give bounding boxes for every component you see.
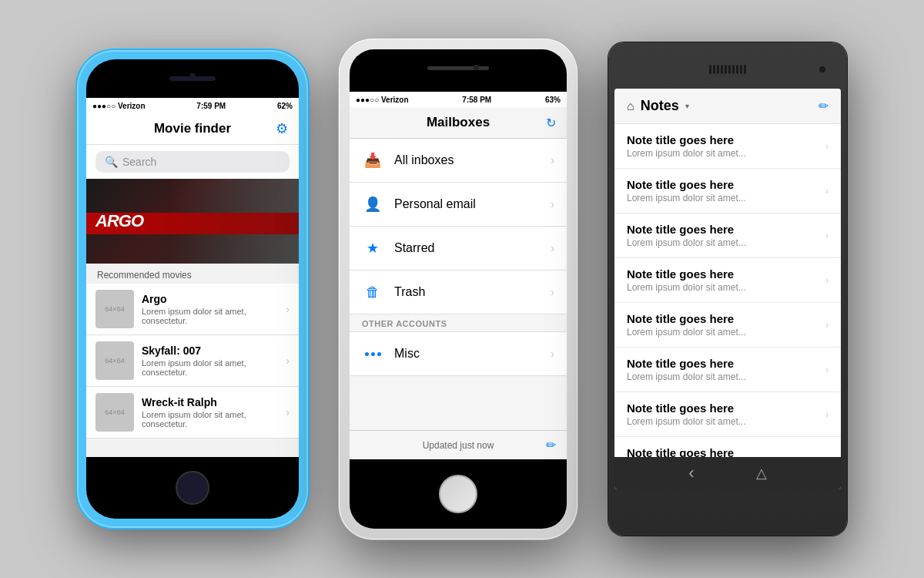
phone1-screen: ●●●○○ Verizon 7:59 PM 62% Movie finder ⚙… [86, 98, 299, 457]
compose-icon[interactable]: ✏ [546, 438, 556, 452]
note-desc-5: Lorem ipsum dolor sit amet... [627, 371, 825, 382]
mailbox-item-1[interactable]: 👤 Personal email › [350, 183, 567, 227]
search-input[interactable]: 🔍 Search [95, 151, 290, 173]
inbox-icon: 📥 [362, 150, 383, 171]
hero-banner: ARGO [86, 179, 299, 264]
note-chevron-5: › [825, 365, 829, 375]
note-title-2: Note title goes here [627, 223, 825, 236]
note-content-4: Note title goes here Lorem ipsum dolor s… [627, 312, 825, 338]
gear-icon[interactable]: ⚙ [276, 120, 288, 137]
notes-title: Notes [641, 98, 679, 114]
notes-header-left: ⌂ Notes ▾ [627, 98, 689, 114]
phone2-speaker [427, 66, 489, 70]
edit-compose-icon[interactable]: ✏ [819, 99, 829, 113]
search-icon: 🔍 [105, 156, 118, 168]
note-item-6[interactable]: Note title goes here Lorem ipsum dolor s… [614, 392, 841, 437]
phone3-top [614, 50, 841, 89]
note-chevron-3: › [825, 275, 829, 286]
footer-updated-text: Updated just now [423, 440, 494, 451]
note-title-3: Note title goes here [627, 267, 825, 281]
note-chevron-0: › [825, 141, 829, 152]
hero-movie-title: ARGO [95, 211, 143, 231]
chevron-0: › [551, 154, 554, 166]
mailbox-label-2: Starred [394, 241, 540, 255]
refresh-icon[interactable]: ↻ [546, 116, 556, 130]
movie-info-0: Argo Lorem ipsum dolor sit amet, consect… [142, 293, 278, 325]
chevron-1: › [551, 198, 554, 210]
chevron-icon-0: › [286, 303, 290, 315]
phone2-title: Mailboxes [427, 115, 490, 130]
note-item-0[interactable]: Note title goes here Lorem ipsum dolor s… [614, 124, 841, 169]
note-title-1: Note title goes here [627, 178, 825, 191]
status-carrier: ●●●○○ Verizon [92, 102, 146, 110]
movie-thumb-0: 64×64 [95, 290, 134, 328]
home-button[interactable] [176, 471, 209, 505]
mailbox-item-0[interactable]: 📥 All inboxes › [350, 139, 567, 183]
note-item-3[interactable]: Note title goes here Lorem ipsum dolor s… [614, 258, 841, 303]
phone3-htc: ⌂ Notes ▾ ✏ Note title goes here Lorem i… [608, 42, 847, 536]
phone3-bottom [614, 489, 841, 528]
phone2-status-bar: ●●●○○ Verizon 7:58 PM 63% [350, 92, 567, 107]
note-content-5: Note title goes here Lorem ipsum dolor s… [627, 357, 825, 382]
note-content-6: Note title goes here Lorem ipsum dolor s… [627, 402, 825, 427]
mailbox-item-misc[interactable]: Misc › [350, 332, 567, 376]
note-chevron-2: › [825, 230, 829, 241]
note-item-4[interactable]: Note title goes here Lorem ipsum dolor s… [614, 303, 841, 348]
mailbox-label-1: Personal email [394, 197, 540, 211]
movie-item-0[interactable]: 64×64 Argo Lorem ipsum dolor sit amet, c… [86, 284, 299, 335]
phone3-screen: ⌂ Notes ▾ ✏ Note title goes here Lorem i… [614, 89, 841, 489]
note-content-1: Note title goes here Lorem ipsum dolor s… [627, 178, 825, 203]
mailbox-item-3[interactable]: 🗑 Trash › [350, 271, 567, 314]
note-chevron-1: › [825, 186, 829, 197]
android-nav-bar: ‹ △ [614, 457, 841, 489]
search-bar-container: 🔍 Search [86, 145, 299, 179]
p2-battery: 63% [545, 96, 561, 104]
search-placeholder: Search [122, 156, 156, 168]
movie-desc-0: Lorem ipsum dolor sit amet, consectetur. [142, 307, 278, 325]
note-title-0: Note title goes here [627, 133, 825, 146]
chevron-2: › [551, 242, 554, 254]
home-outline-icon: ⌂ [627, 99, 634, 113]
back-button[interactable]: ‹ [688, 463, 694, 483]
note-content-3: Note title goes here Lorem ipsum dolor s… [627, 267, 825, 293]
phone1-title: Movie finder [154, 121, 231, 136]
phone2-screen: ●●●○○ Verizon 7:58 PM 63% Mailboxes ↻ 📥 … [350, 92, 567, 459]
note-title-6: Note title goes here [627, 402, 825, 415]
notes-header-actions: ✏ [819, 99, 829, 113]
star-icon: ★ [362, 237, 383, 259]
home-nav-button[interactable]: △ [756, 465, 767, 482]
phone2-camera [474, 65, 479, 70]
note-item-2[interactable]: Note title goes here Lorem ipsum dolor s… [614, 213, 841, 258]
phone1-body: ●●●○○ Verizon 7:59 PM 62% Movie finder ⚙… [86, 59, 299, 519]
mailbox-item-2[interactable]: ★ Starred › [350, 227, 567, 271]
phone1-iphone5c: ●●●○○ Verizon 7:59 PM 62% Movie finder ⚙… [77, 50, 308, 528]
movie-thumb-1: 64×64 [95, 341, 134, 380]
speaker-grille [709, 65, 746, 74]
movie-desc-2: Lorem ipsum dolor sit amet, consectetur. [142, 410, 278, 428]
phone3-camera [819, 66, 825, 72]
note-desc-0: Lorem ipsum dolor sit amet... [627, 148, 825, 159]
note-item-5[interactable]: Note title goes here Lorem ipsum dolor s… [614, 348, 841, 392]
movie-info-1: Skyfall: 007 Lorem ipsum dolor sit amet,… [142, 344, 278, 377]
p2-carrier: ●●●○○ Verizon [356, 96, 409, 104]
chevron-misc: › [551, 348, 554, 360]
chevron-icon-2: › [286, 406, 290, 418]
note-item-1[interactable]: Note title goes here Lorem ipsum dolor s… [614, 169, 841, 213]
movie-item-2[interactable]: 64×64 Wreck-it Ralph Lorem ipsum dolor s… [86, 387, 299, 439]
note-title-4: Note title goes here [627, 312, 825, 325]
movie-desc-1: Lorem ipsum dolor sit amet, consectetur. [142, 358, 278, 377]
phones-container: ●●●○○ Verizon 7:59 PM 62% Movie finder ⚙… [0, 0, 924, 578]
movie-title-0: Argo [142, 293, 278, 305]
phone2-home-button[interactable] [439, 475, 477, 513]
notes-header: ⌂ Notes ▾ ✏ [614, 89, 841, 124]
phone1-header: Movie finder ⚙ [86, 113, 299, 145]
note-desc-4: Lorem ipsum dolor sit amet... [627, 327, 825, 338]
person-icon: 👤 [362, 193, 383, 215]
movie-info-2: Wreck-it Ralph Lorem ipsum dolor sit ame… [142, 396, 278, 428]
p2-time: 7:58 PM [462, 96, 491, 104]
note-desc-2: Lorem ipsum dolor sit amet... [627, 237, 825, 248]
phone2-iphone5s: ●●●○○ Verizon 7:58 PM 63% Mailboxes ↻ 📥 … [339, 39, 578, 539]
status-time: 7:59 PM [196, 102, 226, 110]
chevron-3: › [551, 286, 554, 298]
movie-item-1[interactable]: 64×64 Skyfall: 007 Lorem ipsum dolor sit… [86, 335, 299, 387]
